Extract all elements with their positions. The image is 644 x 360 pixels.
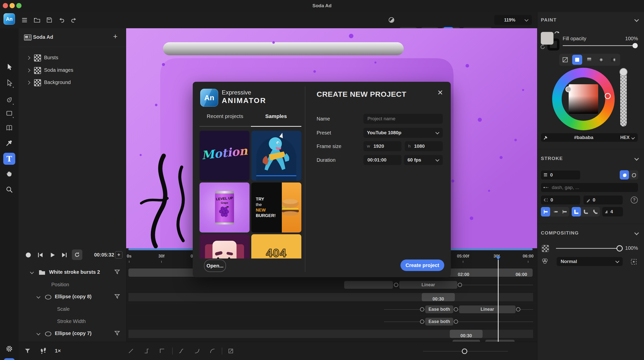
playback-speed-label[interactable]: 1× [55, 348, 61, 354]
stroke-help-icon[interactable]: ? [631, 196, 638, 204]
collapse-row-chevron-icon[interactable] [37, 295, 41, 299]
paint-radial-gradient-button[interactable] [596, 55, 606, 65]
row-filter-icon[interactable] [114, 294, 120, 299]
add-scene-button[interactable]: + [113, 32, 118, 41]
layer-name[interactable]: White stroke bursts 2 [49, 269, 100, 275]
fill-opacity-slider-handle[interactable] [632, 43, 638, 48]
library-tool[interactable] [3, 122, 15, 134]
save-button[interactable] [46, 16, 53, 24]
paint-pattern-button[interactable] [608, 55, 618, 65]
join-bevel-button[interactable] [591, 207, 600, 216]
expand-chevron-icon[interactable] [27, 56, 31, 60]
stroke-collapse-chevron-icon[interactable] [634, 156, 639, 160]
project-name-field[interactable] [363, 114, 443, 124]
pen-tool[interactable] [3, 94, 15, 106]
stroke-misc-input[interactable] [592, 197, 623, 203]
clip-bar[interactable]: 00:30 [422, 293, 455, 301]
rectangle-tool[interactable] [3, 107, 15, 119]
keyframe-icon[interactable] [454, 307, 458, 312]
easing-hold-end-icon[interactable] [144, 348, 150, 354]
playhead-line[interactable] [498, 260, 499, 342]
hand-tool[interactable] [3, 168, 15, 180]
stroke-width-field[interactable] [541, 170, 580, 180]
blend-mode-dropdown[interactable]: Normal [557, 257, 623, 266]
miter-limit-input[interactable] [610, 209, 623, 215]
redo-button[interactable] [70, 16, 78, 24]
layer-opacity-slider[interactable] [556, 248, 618, 249]
frame-height-field[interactable]: h [405, 141, 443, 151]
expand-chevron-icon[interactable] [27, 81, 31, 85]
clip-bar[interactable]: 00:30 [450, 330, 483, 338]
keyframe-icon[interactable] [458, 283, 462, 287]
join-round-button[interactable] [581, 207, 590, 216]
frame-width-field[interactable]: w [363, 141, 401, 151]
tree-item-soda-images[interactable]: Soda images [19, 64, 126, 77]
open-file-button[interactable] [33, 16, 41, 24]
keyframe-icon[interactable] [420, 307, 424, 312]
miter-limit-field[interactable] [602, 207, 623, 216]
eyedropper-icon[interactable] [543, 135, 547, 140]
add-keyframe-button[interactable]: + [115, 251, 122, 258]
cap-square-button[interactable] [560, 207, 569, 216]
tween-segment[interactable]: Ease both [425, 306, 453, 313]
close-dialog-icon[interactable]: ✕ [437, 88, 443, 97]
paint-collapse-chevron-icon[interactable] [634, 17, 639, 22]
layer-row-ellipse8[interactable]: Ellipse (copy 8) 00:30 [19, 291, 537, 303]
paint-linear-gradient-button[interactable] [584, 55, 594, 65]
layer-row-ellipse7[interactable]: Ellipse (copy 7) 00:30 [19, 328, 537, 340]
eyedropper-tool[interactable] [3, 137, 15, 149]
skip-end-button[interactable] [61, 252, 67, 258]
text-tool[interactable]: T [3, 153, 15, 165]
dash-offset-field[interactable] [541, 196, 580, 204]
saturation-selector-handle[interactable] [565, 86, 571, 92]
hex-color-field[interactable]: HEX [541, 133, 638, 142]
join-miter-button[interactable] [572, 207, 581, 216]
easing-ease-out-icon[interactable] [209, 348, 216, 354]
easing-linear-icon[interactable] [128, 348, 134, 354]
sample-thumb-motion[interactable]: Motion [199, 131, 250, 181]
create-project-button[interactable]: Create project [400, 260, 444, 271]
select-tool[interactable] [3, 61, 15, 73]
layers-panel-button[interactable] [4, 358, 15, 360]
property-row-stroke-width[interactable]: Stroke Width Ease both [19, 315, 537, 328]
duration-field[interactable] [363, 155, 401, 165]
tab-recent-projects[interactable]: Recent projects [199, 113, 251, 119]
dash-pattern-field[interactable] [541, 183, 638, 192]
alpha-slider[interactable] [620, 68, 627, 126]
row-filter-icon[interactable] [114, 331, 120, 336]
preset-dropdown[interactable]: YouTube 1080p [363, 128, 443, 138]
collapse-row-chevron-icon[interactable] [30, 270, 34, 274]
hex-value-input[interactable] [547, 134, 620, 140]
row-filter-icon[interactable] [114, 270, 120, 274]
tween-segment[interactable]: Linear [459, 306, 516, 313]
timeline-zoom-handle[interactable] [462, 348, 467, 354]
alpha-slider-handle[interactable] [619, 68, 627, 76]
property-name[interactable]: Stroke Width [57, 318, 86, 324]
tab-samples[interactable]: Samples [251, 113, 302, 119]
tree-item-bursts[interactable]: Bursts [19, 52, 126, 64]
tween-segment[interactable]: Linear [399, 281, 457, 289]
project-name-input[interactable] [367, 116, 439, 122]
settings-gear-icon[interactable] [3, 343, 15, 355]
paint-order-stroke-first-button[interactable] [629, 170, 638, 180]
stroke-width-input[interactable] [550, 172, 580, 178]
saturation-square[interactable] [569, 84, 598, 114]
fill-color-swatch[interactable] [541, 32, 553, 44]
isolate-icon[interactable] [630, 258, 637, 265]
tween-segment[interactable]: Ease both [425, 318, 453, 326]
easing-ease-in-icon[interactable] [194, 348, 200, 354]
keyframe-icon[interactable] [420, 320, 424, 324]
paint-order-fill-first-button[interactable] [620, 170, 629, 180]
sample-thumb-face[interactable] [199, 234, 250, 258]
play-button[interactable] [50, 252, 56, 258]
easing-custom-icon[interactable] [228, 348, 234, 354]
zoom-tool[interactable] [3, 184, 15, 196]
filter-funnel-icon[interactable] [24, 348, 31, 354]
layer-name[interactable]: Ellipse (copy 8) [55, 294, 92, 300]
layer-opacity-handle[interactable] [616, 245, 623, 252]
swap-fill-stroke-icon[interactable] [554, 31, 560, 38]
layer-name[interactable]: Ellipse (copy 7) [55, 330, 92, 336]
cap-butt-button[interactable] [541, 207, 550, 216]
tree-item-background[interactable]: Background [19, 76, 126, 89]
playhead-marker[interactable] [496, 256, 501, 260]
